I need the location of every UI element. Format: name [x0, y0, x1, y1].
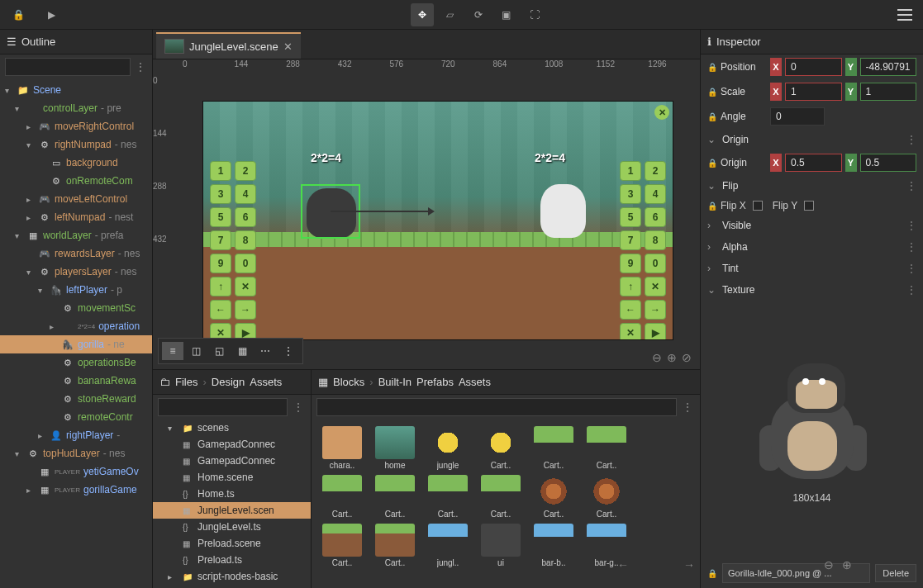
numpad-key[interactable]: ↑ — [620, 277, 641, 296]
numpad-key[interactable]: 8 — [645, 230, 666, 250]
outline-item[interactable]: ⚙onRemoteCom — [0, 172, 152, 190]
zoom-in-icon[interactable]: ⊕ — [667, 351, 677, 364]
crumb-assets2[interactable]: Assets — [459, 376, 491, 388]
lock-icon[interactable]: 🔒 — [7, 3, 30, 26]
file-item[interactable]: ▦JungleLevel.scen — [153, 502, 311, 519]
numpad-key[interactable]: 6 — [645, 207, 666, 227]
select-tool-icon[interactable]: ▣ — [495, 3, 518, 26]
files-menu-icon[interactable]: ⋮ — [291, 398, 306, 416]
numpad-key[interactable]: ▶ — [645, 323, 666, 340]
outline-item[interactable]: 🎮rewardsLayer - nes — [0, 244, 152, 263]
position-y-input[interactable] — [860, 58, 917, 76]
zoom-out-icon[interactable]: ⊖ — [652, 351, 662, 364]
asset-tile[interactable]: Cart.. — [530, 475, 578, 519]
asset-tile[interactable]: Cart.. — [371, 475, 419, 519]
numpad-key[interactable]: ← — [210, 300, 231, 320]
numpad-key[interactable]: 3 — [620, 184, 641, 204]
sync-tool-icon[interactable]: ⟳ — [467, 3, 490, 26]
nav-prev-icon[interactable]: ← — [617, 558, 629, 571]
asset-tile[interactable]: Cart.. — [583, 426, 630, 470]
play-icon[interactable]: ▶ — [40, 3, 63, 26]
origin-section[interactable]: ⌄Origin⋮ — [701, 129, 923, 150]
origin-x-input[interactable] — [785, 154, 842, 172]
file-item[interactable]: {}Home.ts — [153, 486, 311, 502]
crumb-prefabs[interactable]: Prefabs — [416, 376, 454, 388]
outline-item[interactable]: 🦍gorilla - ne — [0, 335, 152, 353]
section-menu-icon[interactable]: ⋮ — [906, 263, 916, 274]
menu-icon[interactable] — [893, 3, 916, 26]
file-item[interactable]: {}JungleLevel.ts — [153, 519, 311, 535]
blocks-menu-icon[interactable]: ⋮ — [680, 398, 695, 416]
asset-tile[interactable]: home — [371, 426, 419, 470]
numpad-key[interactable]: 1 — [620, 161, 641, 181]
section-menu-icon[interactable]: ⋮ — [906, 220, 916, 231]
position-x-input[interactable] — [785, 58, 842, 76]
more-icon[interactable]: ⋯ — [255, 342, 276, 360]
move-gizmo[interactable] — [331, 211, 430, 212]
section-menu-icon[interactable]: ⋮ — [906, 180, 916, 192]
align-left-icon[interactable]: ≡ — [162, 342, 183, 360]
numpad-key[interactable]: 7 — [210, 230, 231, 250]
lock-icon[interactable]: 🔒 — [707, 63, 717, 72]
numpad-key[interactable]: ✕ — [235, 277, 256, 296]
outline-item[interactable]: ▾▦worldLayer - prefa — [0, 226, 152, 244]
visible-section[interactable]: ›Visible⋮ — [701, 215, 923, 236]
outline-item[interactable]: ⚙stoneReward — [0, 390, 152, 408]
asset-tile[interactable]: Cart.. — [424, 475, 472, 519]
numpad-key[interactable]: → — [645, 300, 666, 320]
file-item[interactable]: ▸📁script-nodes-basic — [153, 568, 311, 585]
numpad-key[interactable]: ✕ — [645, 277, 666, 296]
numpad-key[interactable]: 5 — [620, 207, 641, 227]
outline-item[interactable]: ▦PLAYER yetiGameOv — [0, 462, 152, 481]
blocks-zoom-out-icon[interactable]: ⊖ — [824, 558, 834, 571]
nav-next-icon[interactable]: → — [683, 558, 695, 571]
asset-tile[interactable]: jungle — [424, 426, 472, 470]
scene-viewport[interactable]: 0144288432576720864100811521296 01442884… — [153, 59, 700, 369]
flip-section[interactable]: ⌄Flip⋮ — [701, 175, 923, 197]
numpad-key[interactable]: 9 — [210, 254, 231, 273]
numpad-key[interactable]: 2 — [645, 161, 666, 181]
zoom-reset-icon[interactable]: ⊘ — [682, 351, 692, 364]
crumb-assets[interactable]: Assets — [250, 376, 282, 388]
asset-tile[interactable]: chara.. — [318, 426, 366, 470]
angle-input[interactable] — [770, 107, 825, 126]
numpad-key[interactable]: 4 — [235, 184, 256, 204]
numpad-key[interactable]: 3 — [210, 184, 231, 204]
asset-tile[interactable]: Cart.. — [583, 475, 630, 519]
lock-icon[interactable]: 🔒 — [707, 112, 717, 121]
outline-item[interactable]: ⚙remoteContr — [0, 408, 152, 426]
section-menu-icon[interactable]: ⋮ — [906, 284, 916, 296]
scene-tab[interactable]: JungleLevel.scene ✕ — [156, 32, 301, 59]
asset-tile[interactable]: Cart.. — [530, 426, 578, 470]
section-menu-icon[interactable]: ⋮ — [906, 241, 916, 253]
numpad-key[interactable]: 2 — [235, 161, 256, 181]
numpad-key[interactable]: 4 — [645, 184, 666, 204]
grid-icon[interactable]: ▦ — [231, 342, 253, 360]
crumb-design[interactable]: Design — [212, 376, 245, 388]
outline-search[interactable] — [5, 58, 131, 76]
outline-item[interactable]: ▾⚙topHudLayer - nes — [0, 444, 152, 462]
numpad-key[interactable]: 1 — [210, 161, 231, 181]
outline-item[interactable]: ▸2*2=4 operation — [0, 317, 152, 335]
outline-item[interactable]: ▾🦍leftPlayer - p — [0, 281, 152, 299]
asset-tile[interactable]: bar-b.. — [530, 524, 578, 567]
asset-tile[interactable]: ui — [477, 524, 525, 567]
close-icon[interactable]: ✕ — [283, 40, 293, 53]
file-item[interactable]: ▦Preload.scene — [153, 535, 311, 552]
numpad-key[interactable]: 6 — [235, 207, 256, 227]
crumb-builtin[interactable]: Built-In — [378, 376, 412, 388]
numpad-key[interactable]: → — [235, 300, 256, 320]
lock-icon[interactable]: 🔒 — [707, 88, 717, 97]
blocks-search[interactable] — [316, 398, 677, 416]
scale-x-input[interactable] — [785, 83, 842, 101]
flipx-checkbox[interactable] — [753, 201, 763, 211]
asset-tile[interactable]: Cart.. — [318, 475, 366, 519]
blocks-zoom-in-icon[interactable]: ⊕ — [842, 558, 852, 571]
file-item[interactable]: ▦GamepadConnec — [153, 453, 311, 469]
outline-item[interactable]: ▸🎮moveRightControl — [0, 117, 152, 135]
alpha-section[interactable]: ›Alpha⋮ — [701, 236, 923, 258]
file-item[interactable]: ▦Home.scene — [153, 469, 311, 486]
scene-root[interactable]: ▾📁 Scene — [0, 81, 152, 99]
outline-menu-icon[interactable]: ⋮ — [134, 58, 147, 76]
texture-section[interactable]: ⌄Texture⋮ — [701, 279, 923, 301]
